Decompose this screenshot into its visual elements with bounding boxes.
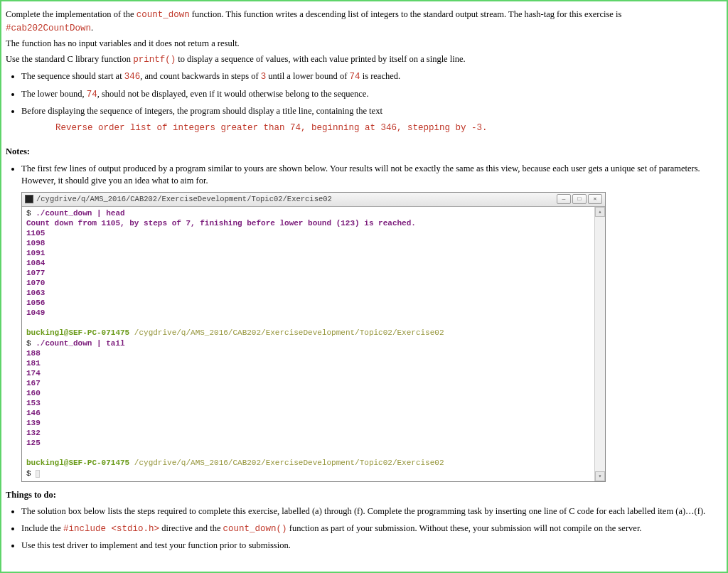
intro-p3: Use the standard C library function prin…	[6, 53, 722, 67]
things-heading: Things to do:	[6, 489, 722, 502]
term-path: /cygdrive/q/AMS_2016/CAB202/ExerciseDeve…	[129, 459, 444, 467]
term-line: 153	[26, 399, 41, 407]
prompt: $	[26, 339, 36, 348]
list-item: Include the #include <stdio.h> directive…	[21, 523, 722, 536]
term-path: /cygdrive/q/AMS_2016/CAB202/ExerciseDeve…	[129, 328, 444, 337]
term-line: 1098	[26, 239, 45, 247]
page: Complete the implementation of the count…	[0, 0, 728, 573]
term-line: 125	[26, 439, 41, 447]
maximize-button[interactable]: □	[572, 194, 587, 204]
title-line: Reverse order list of integers greater t…	[55, 118, 722, 139]
term-line: 1063	[26, 289, 45, 297]
text: function. This function writes a descend…	[190, 9, 622, 19]
term-line: 167	[26, 379, 41, 387]
text: , should not be displayed, even if it wo…	[97, 89, 369, 99]
term-line: 174	[26, 369, 41, 377]
terminal-title: /cygdrive/q/AMS_2016/CAB202/ExerciseDeve…	[36, 195, 557, 203]
code-printf: printf()	[133, 55, 176, 65]
term-line: 1091	[26, 249, 45, 257]
term-line: 1070	[26, 279, 45, 287]
sequence-list: The sequence should start at 346, and co…	[21, 70, 722, 139]
term-userhost: buckingl@SEF-PC-071475	[26, 328, 129, 337]
list-item: Before displaying the sequence of intege…	[21, 105, 722, 139]
val: 346	[124, 72, 141, 82]
code-countdown-fn: count_down()	[223, 524, 287, 534]
text: directive and the	[159, 523, 223, 533]
text: Complete the implementation of the	[6, 9, 136, 19]
text: function as part of your submission. Wit…	[287, 523, 642, 533]
text: is reached.	[360, 71, 401, 81]
term-line: 139	[26, 419, 41, 427]
text: Use the standard C library function	[6, 54, 133, 64]
text: The lower bound,	[21, 89, 87, 99]
list-item: The lower bound, 74, should not be displ…	[21, 88, 722, 102]
intro-p1: Complete the implementation of the count…	[6, 9, 722, 35]
cmd: ./count_down | tail	[36, 339, 124, 348]
terminal-icon	[25, 195, 33, 203]
term-line: 132	[26, 429, 41, 437]
notes-heading: Notes:	[6, 146, 722, 159]
term-line: 160	[26, 389, 41, 397]
cursor-icon	[36, 470, 40, 478]
text: .	[91, 23, 93, 33]
list-item: The solution box below lists the steps r…	[21, 505, 722, 518]
terminal-body: $ ./count_down | head Count down from 11…	[22, 207, 605, 481]
terminal-titlebar: /cygdrive/q/AMS_2016/CAB202/ExerciseDeve…	[22, 193, 605, 207]
list-item: The sequence should start at 346, and co…	[21, 70, 722, 84]
text: , and count backwards in steps of	[140, 71, 260, 81]
val: 74	[350, 72, 360, 82]
list-item: The first few lines of output produced b…	[21, 163, 722, 188]
code-count-down: count_down	[136, 10, 190, 20]
text: Before displaying the sequence of intege…	[21, 106, 382, 116]
term-line: 188	[26, 349, 41, 358]
val: 74	[87, 90, 97, 100]
term-line: 1077	[26, 269, 45, 277]
prompt: $	[26, 209, 36, 218]
text: Include the	[21, 523, 63, 533]
text: until a lower bound of	[266, 71, 349, 81]
terminal-window: /cygdrive/q/AMS_2016/CAB202/ExerciseDeve…	[21, 192, 606, 482]
things-list: The solution box below lists the steps r…	[21, 505, 722, 552]
minimize-button[interactable]: —	[557, 194, 571, 204]
window-buttons: — □ ✕	[557, 194, 602, 204]
close-button[interactable]: ✕	[588, 194, 602, 204]
term-line: 146	[26, 409, 41, 417]
term-userhost: buckingl@SEF-PC-071475	[26, 459, 129, 467]
cmd: ./count_down | head	[36, 209, 124, 218]
term-line: 1056	[26, 299, 45, 307]
term-line: 1105	[26, 229, 45, 237]
text: to display a sequence of values, with ea…	[176, 54, 466, 64]
term-line: 181	[26, 359, 41, 368]
prompt: $	[26, 469, 36, 478]
code-include: #include <stdio.h>	[63, 524, 159, 534]
term-line: 1049	[26, 309, 45, 317]
text: The sequence should start at	[21, 71, 124, 81]
intro-p2: The function has no input variables and …	[6, 38, 722, 50]
term-line: 1084	[26, 259, 45, 267]
notes-list: The first few lines of output produced b…	[21, 163, 722, 188]
list-item: Use this test driver to implement and te…	[21, 540, 722, 552]
term-line: Count down from 1105, by steps of 7, fin…	[26, 219, 416, 227]
hashtag: #cab202CountDown	[6, 23, 91, 33]
